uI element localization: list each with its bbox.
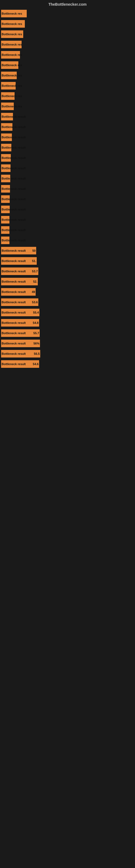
- bar-label: Bottleneck result: [2, 208, 26, 211]
- bar-label: Bottleneck result: [2, 166, 26, 170]
- bar-row: Bottleneck result53.6: [1, 297, 132, 307]
- bar-row: Bottleneck result51.: [1, 256, 132, 266]
- bar-row: Bottleneck result55.7: [1, 328, 132, 338]
- bar-label: Bottleneck result: [2, 197, 26, 201]
- bar-row: Bottleneck result: [1, 174, 132, 183]
- bar-row: Bottleneck result50: [1, 246, 132, 255]
- bar-row: Bottleneck result: [1, 132, 132, 142]
- bar-label: Bottleneck result: [2, 239, 26, 242]
- bar-value: 55.4: [33, 311, 39, 314]
- bar-row: Bottleneck result: [1, 153, 132, 163]
- bar-row: Bottleneck res: [1, 70, 132, 80]
- bar-label: Bottleneck res: [2, 12, 22, 15]
- bar-row: Bottleneck res: [1, 50, 132, 60]
- bar-label: Bottleneck result: [2, 321, 26, 324]
- bar-label: Bottleneck result: [2, 249, 26, 252]
- bar-row: Bottleneck result: [1, 236, 132, 245]
- bar-label: Bottleneck result: [2, 146, 26, 149]
- bar-row: Bottleneck result: [1, 225, 132, 235]
- bar-value: 54.8: [33, 321, 39, 324]
- chart-container: Bottleneck resBottleneck resBottleneck r…: [0, 8, 135, 372]
- bar-label: Bottleneck result: [2, 125, 26, 129]
- bar-label: Bottleneck result: [2, 228, 26, 231]
- bar-row: Bottleneck result56.5: [1, 349, 132, 359]
- bar-value: 51.: [32, 259, 36, 262]
- bar-label: Bottleneck result: [2, 362, 26, 366]
- bar-label: Bottleneck result: [2, 290, 26, 293]
- bar-row: Bottleneck result52.: [1, 277, 132, 286]
- bar-value: 56.5: [34, 352, 40, 355]
- bar-value: 49: [32, 290, 35, 293]
- bar-row: Bottleneck res: [1, 60, 132, 70]
- bar-row: Bottleneck res: [1, 29, 132, 39]
- bar-label: Bottleneck result: [2, 301, 26, 304]
- bar-label: Bottleneck res: [2, 53, 22, 56]
- bar-value: 55.7: [34, 332, 39, 335]
- bar-label: Bottleneck result: [2, 352, 26, 355]
- bar-value: 56%: [34, 342, 39, 345]
- bar-label: Bottleneck result: [2, 187, 26, 190]
- bar-row: Bottleneck res: [1, 40, 132, 50]
- bar-value: 52.: [33, 280, 37, 283]
- bar-value: 53.7: [32, 270, 38, 273]
- bar-row: Bottleneck result: [1, 122, 132, 132]
- bar-row: Bottleneck res: [1, 101, 132, 111]
- bar-value: 50: [32, 249, 36, 252]
- bar-row: Bottleneck result56%: [1, 339, 132, 348]
- bar-value: 54.6: [33, 362, 39, 366]
- bar-value: 53.6: [32, 301, 38, 304]
- bar-row: Bottleneck result: [1, 205, 132, 214]
- page-title: TheBottlenecker.com: [0, 0, 135, 8]
- bar-label: Bottleneck result: [2, 332, 26, 335]
- bar-label: Bottleneck res: [2, 22, 22, 26]
- bar-row: Bottleneck result: [1, 143, 132, 152]
- bar-label: Bottleneck result: [2, 259, 26, 262]
- bar-row: Bottleneck result: [1, 184, 132, 194]
- bar-label: Bottleneck res: [2, 74, 22, 77]
- bar-label: Bottleneck result: [2, 177, 26, 180]
- bar-label: Bottleneck result: [2, 218, 26, 221]
- bar-label: Bottleneck result: [2, 270, 26, 273]
- bar-label: Bottleneck result: [2, 311, 26, 314]
- bar-row: Bottleneck result53.7: [1, 267, 132, 276]
- bar-row: Bottleneck res: [1, 19, 132, 29]
- bar-label: Bottleneck res: [2, 63, 22, 67]
- bar-row: Bottleneck res: [1, 91, 132, 101]
- bar-label: Bottleneck result: [2, 115, 26, 118]
- bar-label: Bottleneck result: [2, 342, 26, 345]
- bar-label: Bottleneck res: [2, 105, 22, 108]
- bar-row: Bottleneck result54.6: [1, 359, 132, 369]
- bar-label: Bottleneck result: [2, 280, 26, 283]
- bar-row: Bottleneck result54.8: [1, 318, 132, 328]
- bar-row: Bottleneck res: [1, 9, 132, 19]
- bar-row: Bottleneck result55.4: [1, 308, 132, 317]
- bar-row: Bottleneck result: [1, 163, 132, 173]
- bar-label: Bottleneck res: [2, 33, 22, 36]
- bar-row: Bottleneck result49: [1, 287, 132, 297]
- bar-row: Bottleneck result: [1, 112, 132, 122]
- bar-label: Bottleneck result: [2, 135, 26, 139]
- bar-label: Bottleneck res: [2, 84, 22, 87]
- bar-row: Bottleneck res: [1, 81, 132, 91]
- bar-label: Bottleneck result: [2, 156, 26, 159]
- bar-row: Bottleneck result: [1, 194, 132, 204]
- bar-row: Bottleneck result: [1, 215, 132, 225]
- bar-label: Bottleneck res: [2, 94, 22, 98]
- bar-label: Bottleneck res: [2, 43, 22, 46]
